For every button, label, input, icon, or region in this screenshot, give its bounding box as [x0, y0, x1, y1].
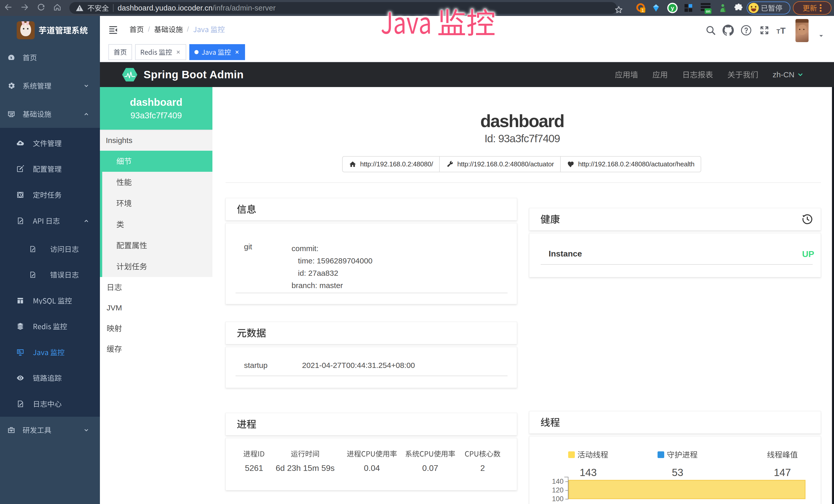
svg-text:1: 1 — [642, 8, 644, 13]
svg-text:on: on — [706, 9, 710, 13]
svg-text:y: y — [671, 5, 674, 11]
